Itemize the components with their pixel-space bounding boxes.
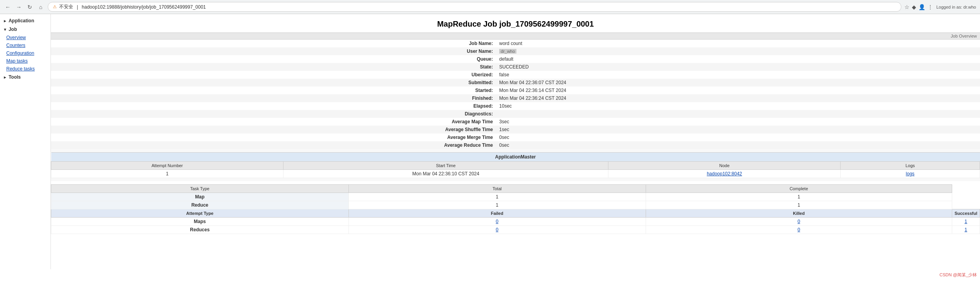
sidebar-application-label: Application bbox=[9, 18, 34, 23]
sidebar-item-counters[interactable]: Counters bbox=[0, 41, 51, 49]
sidebar-tools-header[interactable]: ► Tools bbox=[0, 73, 51, 81]
tools-arrow-icon: ► bbox=[3, 75, 7, 79]
extensions-icon[interactable]: ◆ bbox=[912, 4, 916, 10]
browser-chrome: ← → ↻ ⌂ ⚠ 不安全 | hadoop102:19888/jobhisto… bbox=[0, 0, 980, 14]
am-section-title: ApplicationMaster bbox=[51, 153, 980, 162]
sidebar-tools-label: Tools bbox=[9, 74, 21, 80]
avg-reduce-label: Average Reduce Time bbox=[51, 141, 497, 149]
avg-shuffle-label: Average Shuffle Time bbox=[51, 126, 497, 133]
avg-map-value: 3sec bbox=[497, 118, 980, 126]
submitted-value: Mon Mar 04 22:36:07 CST 2024 bbox=[497, 79, 980, 86]
am-col-node: Node bbox=[608, 162, 841, 170]
page-title: MapReduce Job job_1709562499997_0001 bbox=[51, 14, 980, 32]
avg-merge-value: 0sec bbox=[497, 133, 980, 141]
sidebar-job-label: Job bbox=[9, 27, 17, 32]
submitted-label: Submitted: bbox=[51, 79, 497, 86]
task-col-total: Total bbox=[348, 185, 646, 193]
diagnostics-value bbox=[497, 110, 980, 118]
sidebar-item-configuration[interactable]: Configuration bbox=[0, 49, 51, 57]
sidebar-item-reduce-tasks[interactable]: Reduce tasks bbox=[0, 65, 51, 73]
am-start-time: Mon Mar 04 22:36:10 CST 2024 bbox=[283, 170, 608, 178]
sidebar-job-header[interactable]: ▼ Job bbox=[0, 25, 51, 34]
job-name-value: word count bbox=[497, 40, 980, 47]
am-col-logs: Logs bbox=[841, 162, 980, 170]
elapsed-value: 10sec bbox=[497, 102, 980, 110]
forward-button[interactable]: → bbox=[15, 3, 23, 11]
job-info-table: Job Name: word count User Name: dr_who Q… bbox=[51, 40, 980, 149]
attempt-col-type: Attempt Type bbox=[51, 209, 349, 218]
browser-actions: ☆ ◆ 👤 ⋮ bbox=[904, 4, 933, 10]
avg-shuffle-value: 1sec bbox=[497, 126, 980, 133]
application-master-table: ApplicationMaster Attempt Number Start T… bbox=[51, 152, 980, 178]
reduces-killed-link[interactable]: 0 bbox=[798, 227, 800, 232]
attempt-reduces-successful[interactable]: 1 bbox=[952, 226, 980, 234]
task-col-complete: Complete bbox=[646, 185, 952, 193]
am-attempt-number: 1 bbox=[51, 170, 283, 178]
attempt-maps-failed[interactable]: 0 bbox=[348, 218, 646, 226]
separator bbox=[51, 149, 980, 152]
started-label: Started: bbox=[51, 86, 497, 94]
bookmark-icon[interactable]: ☆ bbox=[904, 4, 910, 10]
task-col-type: Task Type bbox=[51, 185, 349, 193]
avg-map-label: Average Map Time bbox=[51, 118, 497, 126]
task-map-complete: 1 bbox=[646, 193, 952, 201]
warning-text: 不安全 bbox=[59, 4, 73, 10]
am-col-attempt: Attempt Number bbox=[51, 162, 283, 170]
am-logs[interactable]: logs bbox=[841, 170, 980, 178]
maps-failed-link[interactable]: 0 bbox=[496, 219, 498, 224]
job-overview-header: Job Overview bbox=[51, 32, 980, 40]
attempt-col-failed: Failed bbox=[348, 209, 646, 218]
am-node[interactable]: hadoop102:8042 bbox=[608, 170, 841, 178]
menu-icon[interactable]: ⋮ bbox=[928, 4, 933, 10]
application-arrow-icon: ► bbox=[3, 19, 7, 23]
task-map-total: 1 bbox=[348, 193, 646, 201]
security-warning-icon: ⚠ bbox=[53, 4, 57, 9]
reduces-successful-link[interactable]: 1 bbox=[965, 227, 967, 232]
avg-merge-label: Average Merge Time bbox=[51, 133, 497, 141]
separator2 bbox=[51, 178, 980, 181]
address-bar[interactable]: ⚠ 不安全 | hadoop102:19888/jobhistory/job/j… bbox=[48, 2, 901, 12]
finished-value: Mon Mar 04 22:36:24 CST 2024 bbox=[497, 94, 980, 102]
attempt-maps-killed[interactable]: 0 bbox=[646, 218, 952, 226]
attempt-reduces-failed[interactable]: 0 bbox=[348, 226, 646, 234]
avg-reduce-value: 0sec bbox=[497, 141, 980, 149]
sidebar-item-overview[interactable]: Overview bbox=[0, 34, 51, 41]
reduces-failed-link[interactable]: 0 bbox=[496, 227, 498, 232]
sidebar-item-map-tasks[interactable]: Map tasks bbox=[0, 57, 51, 65]
maps-killed-link[interactable]: 0 bbox=[798, 219, 800, 224]
user-name-label: User Name: bbox=[51, 47, 497, 55]
uberized-value: false bbox=[497, 71, 980, 79]
user-name-value: dr_who bbox=[497, 47, 980, 55]
task-map-type: Map bbox=[51, 193, 349, 201]
attempt-col-successful: Successful bbox=[952, 209, 980, 218]
attempt-col-killed: Killed bbox=[646, 209, 952, 218]
main-content: MapReduce Job job_1709562499997_0001 Job… bbox=[51, 14, 980, 269]
diagnostics-label: Diagnostics: bbox=[51, 110, 497, 118]
state-label: State: bbox=[51, 63, 497, 71]
app-layout: ► Application ▼ Job Overview Counters Co… bbox=[0, 14, 980, 269]
task-reduce-complete: 1 bbox=[646, 201, 952, 209]
queue-label: Queue: bbox=[51, 55, 497, 63]
url-text: hadoop102:19888/jobhistory/job/job_17095… bbox=[82, 4, 206, 10]
am-col-start-time: Start Time bbox=[283, 162, 608, 170]
home-button[interactable]: ⌂ bbox=[37, 3, 45, 11]
job-arrow-icon: ▼ bbox=[3, 27, 7, 32]
am-logs-link[interactable]: logs bbox=[906, 171, 915, 177]
profile-icon[interactable]: 👤 bbox=[919, 4, 925, 10]
state-value: SUCCEEDED bbox=[497, 63, 980, 71]
task-reduce-type: Reduce bbox=[51, 201, 349, 209]
finished-label: Finished: bbox=[51, 94, 497, 102]
am-node-link[interactable]: hadoop102:8042 bbox=[707, 171, 742, 177]
attempt-reduces-killed[interactable]: 0 bbox=[646, 226, 952, 234]
reload-button[interactable]: ↻ bbox=[26, 3, 34, 11]
attempt-maps-successful[interactable]: 1 bbox=[952, 218, 980, 226]
task-summary-table: Task Type Total Complete Map 1 1 Reduce … bbox=[51, 184, 980, 234]
back-button[interactable]: ← bbox=[4, 3, 12, 11]
uberized-label: Uberized: bbox=[51, 71, 497, 79]
attempt-reduces-type: Reduces bbox=[51, 226, 349, 234]
sidebar-application-header[interactable]: ► Application bbox=[0, 16, 51, 25]
sidebar: ► Application ▼ Job Overview Counters Co… bbox=[0, 14, 51, 269]
started-value: Mon Mar 04 22:36:14 CST 2024 bbox=[497, 86, 980, 94]
queue-value: default bbox=[497, 55, 980, 63]
maps-successful-link[interactable]: 1 bbox=[965, 219, 967, 224]
